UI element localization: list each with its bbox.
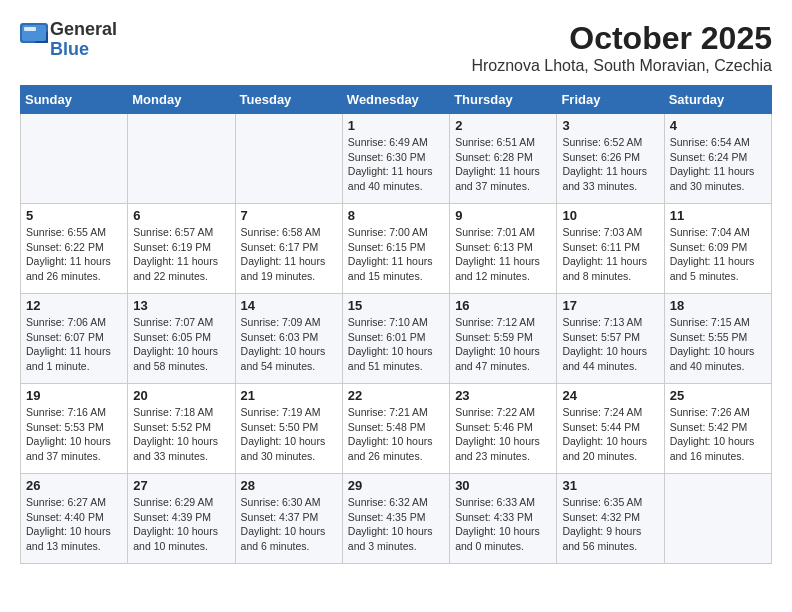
- calendar-week-5: 26Sunrise: 6:27 AM Sunset: 4:40 PM Dayli…: [21, 474, 772, 564]
- calendar-cell: 27Sunrise: 6:29 AM Sunset: 4:39 PM Dayli…: [128, 474, 235, 564]
- day-info: Sunrise: 7:15 AM Sunset: 5:55 PM Dayligh…: [670, 315, 766, 374]
- day-info: Sunrise: 7:18 AM Sunset: 5:52 PM Dayligh…: [133, 405, 229, 464]
- day-info: Sunrise: 6:49 AM Sunset: 6:30 PM Dayligh…: [348, 135, 444, 194]
- day-info: Sunrise: 7:24 AM Sunset: 5:44 PM Dayligh…: [562, 405, 658, 464]
- day-info: Sunrise: 6:27 AM Sunset: 4:40 PM Dayligh…: [26, 495, 122, 554]
- calendar-cell: 4Sunrise: 6:54 AM Sunset: 6:24 PM Daylig…: [664, 114, 771, 204]
- calendar-cell: 1Sunrise: 6:49 AM Sunset: 6:30 PM Daylig…: [342, 114, 449, 204]
- day-info: Sunrise: 6:52 AM Sunset: 6:26 PM Dayligh…: [562, 135, 658, 194]
- day-number: 12: [26, 298, 122, 313]
- calendar-cell: 26Sunrise: 6:27 AM Sunset: 4:40 PM Dayli…: [21, 474, 128, 564]
- day-info: Sunrise: 7:06 AM Sunset: 6:07 PM Dayligh…: [26, 315, 122, 374]
- calendar-cell: 8Sunrise: 7:00 AM Sunset: 6:15 PM Daylig…: [342, 204, 449, 294]
- day-info: Sunrise: 7:12 AM Sunset: 5:59 PM Dayligh…: [455, 315, 551, 374]
- logo-icon: [20, 23, 50, 57]
- calendar-cell: 29Sunrise: 6:32 AM Sunset: 4:35 PM Dayli…: [342, 474, 449, 564]
- calendar-cell: [128, 114, 235, 204]
- day-info: Sunrise: 7:16 AM Sunset: 5:53 PM Dayligh…: [26, 405, 122, 464]
- day-number: 23: [455, 388, 551, 403]
- calendar-cell: [21, 114, 128, 204]
- weekday-header-row: SundayMondayTuesdayWednesdayThursdayFrid…: [21, 86, 772, 114]
- day-number: 4: [670, 118, 766, 133]
- calendar-cell: 9Sunrise: 7:01 AM Sunset: 6:13 PM Daylig…: [450, 204, 557, 294]
- calendar-table: SundayMondayTuesdayWednesdayThursdayFrid…: [20, 85, 772, 564]
- calendar-cell: 18Sunrise: 7:15 AM Sunset: 5:55 PM Dayli…: [664, 294, 771, 384]
- calendar-cell: 19Sunrise: 7:16 AM Sunset: 5:53 PM Dayli…: [21, 384, 128, 474]
- day-info: Sunrise: 7:13 AM Sunset: 5:57 PM Dayligh…: [562, 315, 658, 374]
- day-info: Sunrise: 7:04 AM Sunset: 6:09 PM Dayligh…: [670, 225, 766, 284]
- weekday-header-tuesday: Tuesday: [235, 86, 342, 114]
- day-info: Sunrise: 7:22 AM Sunset: 5:46 PM Dayligh…: [455, 405, 551, 464]
- day-info: Sunrise: 7:07 AM Sunset: 6:05 PM Dayligh…: [133, 315, 229, 374]
- calendar-cell: 13Sunrise: 7:07 AM Sunset: 6:05 PM Dayli…: [128, 294, 235, 384]
- weekday-header-monday: Monday: [128, 86, 235, 114]
- day-number: 15: [348, 298, 444, 313]
- logo-general: General: [50, 20, 117, 40]
- day-number: 21: [241, 388, 337, 403]
- page-header: General Blue October 2025 Hroznova Lhota…: [20, 20, 772, 75]
- day-number: 19: [26, 388, 122, 403]
- weekday-header-sunday: Sunday: [21, 86, 128, 114]
- calendar-cell: 10Sunrise: 7:03 AM Sunset: 6:11 PM Dayli…: [557, 204, 664, 294]
- day-info: Sunrise: 6:29 AM Sunset: 4:39 PM Dayligh…: [133, 495, 229, 554]
- day-info: Sunrise: 7:03 AM Sunset: 6:11 PM Dayligh…: [562, 225, 658, 284]
- svg-rect-3: [24, 27, 36, 31]
- day-number: 27: [133, 478, 229, 493]
- calendar-cell: 20Sunrise: 7:18 AM Sunset: 5:52 PM Dayli…: [128, 384, 235, 474]
- day-number: 20: [133, 388, 229, 403]
- calendar-cell: 16Sunrise: 7:12 AM Sunset: 5:59 PM Dayli…: [450, 294, 557, 384]
- day-info: Sunrise: 7:19 AM Sunset: 5:50 PM Dayligh…: [241, 405, 337, 464]
- calendar-cell: 28Sunrise: 6:30 AM Sunset: 4:37 PM Dayli…: [235, 474, 342, 564]
- day-info: Sunrise: 6:54 AM Sunset: 6:24 PM Dayligh…: [670, 135, 766, 194]
- calendar-body: 1Sunrise: 6:49 AM Sunset: 6:30 PM Daylig…: [21, 114, 772, 564]
- calendar-cell: 14Sunrise: 7:09 AM Sunset: 6:03 PM Dayli…: [235, 294, 342, 384]
- day-number: 30: [455, 478, 551, 493]
- calendar-cell: 11Sunrise: 7:04 AM Sunset: 6:09 PM Dayli…: [664, 204, 771, 294]
- day-number: 25: [670, 388, 766, 403]
- day-number: 2: [455, 118, 551, 133]
- calendar-cell: 7Sunrise: 6:58 AM Sunset: 6:17 PM Daylig…: [235, 204, 342, 294]
- calendar-cell: [235, 114, 342, 204]
- day-info: Sunrise: 7:10 AM Sunset: 6:01 PM Dayligh…: [348, 315, 444, 374]
- weekday-header-saturday: Saturday: [664, 86, 771, 114]
- calendar-week-2: 5Sunrise: 6:55 AM Sunset: 6:22 PM Daylig…: [21, 204, 772, 294]
- day-number: 31: [562, 478, 658, 493]
- calendar-cell: [664, 474, 771, 564]
- calendar-cell: 31Sunrise: 6:35 AM Sunset: 4:32 PM Dayli…: [557, 474, 664, 564]
- day-number: 22: [348, 388, 444, 403]
- day-info: Sunrise: 6:55 AM Sunset: 6:22 PM Dayligh…: [26, 225, 122, 284]
- day-number: 9: [455, 208, 551, 223]
- weekday-header-wednesday: Wednesday: [342, 86, 449, 114]
- calendar-week-4: 19Sunrise: 7:16 AM Sunset: 5:53 PM Dayli…: [21, 384, 772, 474]
- day-number: 11: [670, 208, 766, 223]
- day-number: 3: [562, 118, 658, 133]
- day-number: 5: [26, 208, 122, 223]
- weekday-header-friday: Friday: [557, 86, 664, 114]
- calendar-cell: 6Sunrise: 6:57 AM Sunset: 6:19 PM Daylig…: [128, 204, 235, 294]
- calendar-cell: 23Sunrise: 7:22 AM Sunset: 5:46 PM Dayli…: [450, 384, 557, 474]
- day-number: 14: [241, 298, 337, 313]
- day-number: 18: [670, 298, 766, 313]
- calendar-header: SundayMondayTuesdayWednesdayThursdayFrid…: [21, 86, 772, 114]
- calendar-cell: 15Sunrise: 7:10 AM Sunset: 6:01 PM Dayli…: [342, 294, 449, 384]
- day-info: Sunrise: 6:30 AM Sunset: 4:37 PM Dayligh…: [241, 495, 337, 554]
- day-number: 16: [455, 298, 551, 313]
- day-number: 17: [562, 298, 658, 313]
- logo: General Blue: [20, 20, 117, 60]
- day-number: 28: [241, 478, 337, 493]
- day-number: 7: [241, 208, 337, 223]
- day-number: 10: [562, 208, 658, 223]
- logo-blue: Blue: [50, 40, 117, 60]
- day-number: 24: [562, 388, 658, 403]
- calendar-week-3: 12Sunrise: 7:06 AM Sunset: 6:07 PM Dayli…: [21, 294, 772, 384]
- day-number: 6: [133, 208, 229, 223]
- calendar-cell: 2Sunrise: 6:51 AM Sunset: 6:28 PM Daylig…: [450, 114, 557, 204]
- calendar-cell: 12Sunrise: 7:06 AM Sunset: 6:07 PM Dayli…: [21, 294, 128, 384]
- calendar-title: October 2025: [471, 20, 772, 57]
- day-info: Sunrise: 7:00 AM Sunset: 6:15 PM Dayligh…: [348, 225, 444, 284]
- day-number: 13: [133, 298, 229, 313]
- day-info: Sunrise: 7:09 AM Sunset: 6:03 PM Dayligh…: [241, 315, 337, 374]
- day-info: Sunrise: 7:21 AM Sunset: 5:48 PM Dayligh…: [348, 405, 444, 464]
- calendar-cell: 21Sunrise: 7:19 AM Sunset: 5:50 PM Dayli…: [235, 384, 342, 474]
- day-number: 8: [348, 208, 444, 223]
